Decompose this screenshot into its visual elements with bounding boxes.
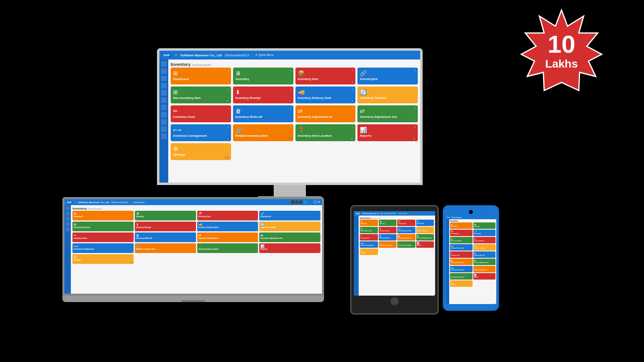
small-tile-2[interactable]: 📦 Inventory Item 0 [197,211,258,220]
laptop-sb-icon-3[interactable] [66,217,70,221]
tile-dashboard[interactable]: ⊞ Dashboard ⤡ [171,68,231,84]
small-tile-13[interactable]: 🔗 Related Inventory Item 0 [135,243,196,253]
small-tile-6[interactable]: 🚚 Inventory Delivery Note 0 [197,222,258,231]
xs-tile-3[interactable]: 🔗 InventoryKit [416,220,434,226]
xs-tile-14[interactable]: 📍 Inventory Item Location [450,273,473,280]
xs-tile-8[interactable]: ✏ Inventory Used [450,251,473,258]
xs-tile-12[interactable]: ⟷ Inventory Consignment [360,241,378,248]
xs-tile-13[interactable]: 🔗 Related Inventory Item [379,241,397,248]
xs-tile-4[interactable]: ⊞ Non-Inventory Item [360,227,378,233]
sidebar-icon-layers[interactable] [161,112,167,117]
tile-inventory-adjustment-in[interactable]: ⇄ Inventory Adjustment In 0 ⤡ [295,105,356,122]
sidebar-icon-bars[interactable] [161,126,167,132]
tablet-quickmenu[interactable]: ✈ Quick Menu [398,213,408,214]
xs-tile-13[interactable]: 🔗 Related Inventory Item [473,266,496,272]
xs-tile-2[interactable]: 📦 Inventory Item [397,220,415,226]
small-tile-0[interactable]: ⊞ Dashboard [72,211,134,220]
xs-tile-8[interactable]: ✏ Inventory Used [360,234,378,241]
small-tile-12[interactable]: ⟷ Inventory Consignment 0 [72,243,134,253]
tile-inventory-item[interactable]: 📦 Inventory Item 0 ⤡ [295,68,356,84]
tile-inventory-consignment[interactable]: ⟷ Inventory Consignment 0 ⤡ [171,124,231,141]
tile-label: Inventory Write-off [235,115,291,119]
xs-tile-1[interactable]: 🖥 Summary [473,222,496,229]
small-tile-11[interactable]: ⇄ Inventory Adjustment Out 0 [259,232,320,242]
tile-inventorykit[interactable]: 🔗 InventoryKit ⤡ [357,68,418,84]
tile-icon: ⚙ [173,146,229,152]
tile-related-inventory-item[interactable]: 🔗 Related Inventory Item 0 ⤡ [233,124,293,141]
xs-tile-5[interactable]: ⬇ Inventory Receipt [379,227,397,233]
tile-grid: ⊞ Dashboard ⤡ 🖥 Summary ⤡ 📦 Inventory It… [171,68,418,160]
tablet-home-button[interactable] [390,297,398,305]
sidebar-icon-tag[interactable] [161,134,167,139]
laptop-tile-grid: ⊞ Dashboard 🖥 Summary 📦 Inventory Item 0… [72,211,320,264]
tile-icon: 🗑 [235,108,291,114]
xs-tile-16[interactable]: ⚙ Settings [450,280,473,287]
tile-inventory-delivery-note[interactable]: 🚚 Inventory Delivery Note 0 ⤡ [295,86,356,103]
sidebar-icon-wifi[interactable] [161,97,167,103]
tile-expand-icon: ⤡ [290,88,292,90]
xs-tile-3[interactable]: 🔗 InventoryKit [473,230,496,236]
s-tile-label: Inventory Write-off [136,237,195,239]
tile-settings[interactable]: ⚙ Settings 14 ⤡ [171,143,231,160]
tile-inventory-write-off[interactable]: 🗑 Inventory Write-off 0 ⤡ [233,105,293,122]
sidebar-icon-cart[interactable] [161,90,167,96]
laptop-sb-icon-5[interactable] [66,227,70,231]
xs-tile-12[interactable]: ⟷ Inventory Consignment [450,266,473,272]
xs-tile-1[interactable]: 🖥 Summary [379,220,397,226]
small-tile-16[interactable]: ⚙ Settings 14 [72,254,134,264]
small-tile-1[interactable]: 🖥 Summary [135,211,196,220]
sidebar-icon-home[interactable] [161,61,167,67]
tile-inventory-used[interactable]: ✏ Inventory Used 0 ⤡ [171,105,231,122]
xs-tile-7[interactable]: 🔄 Inventory Transfer [473,244,496,251]
xs-tile-11[interactable]: ⇄ Inventory Adjustment Out [416,234,434,241]
xs-tile-7[interactable]: 🔄 Inventory Transfer [416,227,434,233]
xs-tile-4[interactable]: ⊞ Non-Inventory Item [450,237,473,243]
small-tile-8[interactable]: ✏ Inventory Used 0 [72,232,134,242]
s-tile-label: Settings [74,259,132,261]
tile-reports[interactable]: 📊 Reports 32 ⤡ [357,124,418,141]
small-tile-9[interactable]: 🗑 Inventory Write-off 0 [135,232,196,242]
xs-tile-6[interactable]: 🚚 Inventory Delivery Note [450,244,473,251]
sidebar-icon-users[interactable] [161,76,167,81]
tile-inventory-transfer[interactable]: 🔄 Inventory Transfer ⤡ [357,86,418,103]
laptop-sb-icon-1[interactable] [66,206,70,210]
xs-tile-15[interactable]: 📊 Reports [473,273,496,280]
xs-tile-9[interactable]: 🗑 Inventory Write-off [379,234,397,241]
small-tile-10[interactable]: ⇄ Inventory Adjustment In 0 [197,232,258,242]
xs-tile-5[interactable]: ⬇ Inventory Receipt [473,237,496,243]
small-tile-3[interactable]: 🔗 InventoryKit [259,211,320,220]
xs-tile-15[interactable]: 📊 Reports [416,241,434,248]
small-tile-5[interactable]: ⬇ Inventory Receipt 0 [135,222,196,231]
quick-menu[interactable]: ✈ Quick Menu [255,53,273,57]
small-tile-4[interactable]: ⊞ Non-Inventory Item 28 [72,222,134,231]
xs-tile-0[interactable]: ⊞ Dashboard [450,222,473,229]
price-badge: 10 Lakhs [519,8,604,93]
sidebar-icon-building[interactable] [161,83,167,88]
xs-tile-2[interactable]: 📦 Inventory Item [450,230,473,236]
tile-non-inventory-item[interactable]: ⊞ Non-Inventory Item 28 ⤡ [171,86,231,103]
xs-tile-10[interactable]: ⇄ Inventory Adjustment In [397,234,415,241]
sidebar-icon-shield[interactable] [161,105,167,110]
xs-tile-14[interactable]: 📍 Inventory Item Location [397,241,415,248]
xs-tile-0[interactable]: ⊞ Dashboard [360,220,378,226]
small-tile-7[interactable]: 🔄 Inventory Transfer [259,222,320,231]
sidebar [159,60,168,183]
tile-expand-icon: ⤡ [414,107,416,109]
xs-tile-9[interactable]: 🗑 Inventory Write-off [473,251,496,258]
laptop-sb-icon-2[interactable] [66,212,70,216]
tile-inventory-adjustment-out[interactable]: ⇄ Inventory Adjustment Out 0 ⤡ [357,105,418,122]
small-tile-15[interactable]: 📊 Reports 32 [259,243,320,253]
sidebar-icon-settings[interactable] [161,119,167,125]
sidebar-icon-grid[interactable] [161,68,167,74]
xs-tile-16[interactable]: ⚙ Settings [360,249,378,255]
laptop-quickmenu[interactable]: ✈ Quick Menu [132,201,145,204]
xs-tile-11[interactable]: ⇄ Inventory Adjustment Out [473,259,496,265]
laptop-sb-icon-4[interactable] [66,222,70,226]
xs-tile-6[interactable]: 🚚 Inventory Delivery Note [397,227,415,233]
s-tile-label: Summary [136,216,195,218]
tile-inventory-item-location[interactable]: 📍 Inventory Item Location 30 ⤡ [295,124,356,141]
small-tile-14[interactable]: 📍 Inventory Item Location 30 [197,243,258,253]
tile-summary[interactable]: 🖥 Summary ⤡ [233,68,293,84]
tile-inventory-receipt[interactable]: ⬇ Inventory Receipt 0 ⤡ [233,86,293,103]
xs-tile-10[interactable]: ⇄ Inventory Adjustment In [450,259,473,265]
